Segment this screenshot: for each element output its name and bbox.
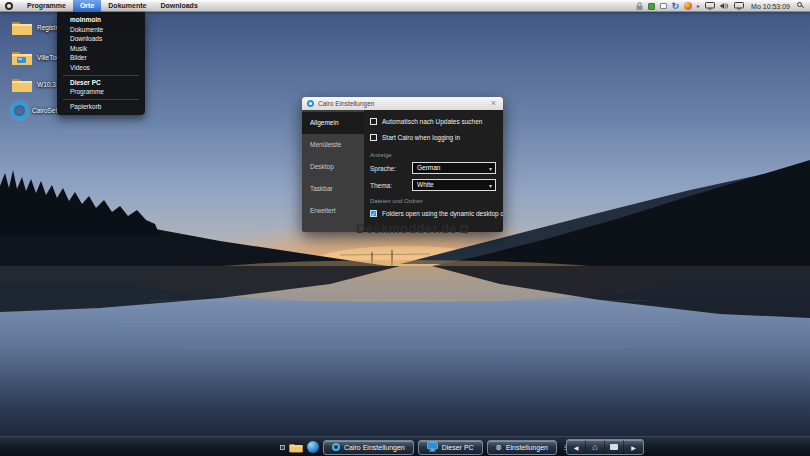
menu-clock[interactable]: Mo 10:53:09 [751,3,790,10]
cairo-logo-icon [307,100,314,107]
thema-label: Thema: [370,182,392,189]
menu-separator [63,75,139,76]
chevron-down-icon: ▾ [489,164,492,174]
desktop-icon-label: W10.3 [37,81,56,88]
tab-erweitert[interactable]: Erweitert [302,200,364,222]
tab-allgemein[interactable]: Allgemein [302,112,364,134]
cairo-menu-icon[interactable] [5,2,13,10]
places-item-user[interactable]: moinmoin [57,15,145,25]
menu-bar-left: Programme Orte Dokumente Downloads [5,0,205,12]
show-desktop-icon[interactable] [280,445,285,450]
checkbox-start-cairo[interactable]: Start Cairo when logging in [370,134,460,141]
nav-desktop-button[interactable] [605,440,624,454]
checkbox-label: Automatisch nach Updates suchen [382,118,482,125]
dialog-title: Cairo Einstellungen [318,100,489,107]
computer-icon [427,442,438,452]
screen-menu-icon[interactable] [734,2,744,11]
deskmodder-watermark: Deskmodder.de [356,221,468,236]
places-item-videos[interactable]: Videos [57,63,145,73]
menu-programme[interactable]: Programme [20,0,73,12]
checkbox-checked-icon[interactable]: ✓ [370,210,377,217]
cairo-ring-icon [332,443,340,451]
menu-dokumente[interactable]: Dokumente [101,0,153,12]
desktop-nav-group: ◀ ⌂ ▶ [566,439,644,455]
search-icon[interactable] [797,2,805,10]
menu-bar-tray: ↻ ▸ Mo 10:53:09 [636,0,805,12]
gear-icon: ⚙ [496,443,502,452]
checkbox-updates[interactable]: Automatisch nach Updates suchen [370,118,482,125]
checkbox-label: Start Cairo when logging in [382,134,460,141]
menu-separator [63,99,139,100]
tray-expand-arrow-icon[interactable]: ▸ [697,2,700,11]
folder-icon [11,19,33,36]
sprache-select[interactable]: German ▾ [412,162,496,174]
window-tray-icon[interactable] [660,3,667,9]
sprache-value: German [417,164,440,171]
volume-icon[interactable] [720,2,729,11]
checkbox-icon[interactable] [370,118,377,125]
chevron-down-icon: ▾ [489,181,492,191]
dialog-sidebar: Allgemein Menüleiste Desktop Taskbar Erw… [302,110,364,232]
tab-taskbar[interactable]: Taskbar [302,178,364,200]
section-anzeige: Anzeige [370,152,392,158]
places-item-programme[interactable]: Programme [57,87,145,97]
watermark-logo-icon [459,224,468,233]
desktop-icon-w103[interactable]: W10.3 [11,76,56,93]
explorer-folder-icon[interactable] [289,442,303,453]
thema-value: White [417,181,434,188]
nav-forward-button[interactable]: ▶ [624,440,643,454]
desktop-icon-villetool[interactable]: VilleTool [11,49,61,66]
green-app-tray-icon[interactable] [648,3,655,10]
dialog-content: Automatisch nach Updates suchen Start Ca… [364,110,503,232]
task-button-dieser-pc[interactable]: Dieser PC [418,440,483,455]
watermark-text: Deskmodder.de [356,221,457,236]
folder-icon [11,76,33,93]
desktop: Programme Orte Dokumente Downloads ↻ ▸ M… [0,0,810,456]
places-dropdown-menu: moinmoin Dokumente Downloads Musik Bilde… [57,12,145,115]
tab-desktop[interactable]: Desktop [302,156,364,178]
task-button-einstellungen[interactable]: ⚙ Einstellungen [487,440,557,455]
menu-orte[interactable]: Orte [73,0,101,12]
sprache-label: Sprache: [370,165,396,172]
section-dateien: Dateien und Ordner [370,198,423,204]
places-item-bilder[interactable]: Bilder [57,53,145,63]
task-button-label: Dieser PC [442,444,474,451]
display-tray-icon[interactable] [705,2,715,11]
browser-tray-icon[interactable] [684,2,692,10]
checkbox-label: Folders open using the dynamic desktop o… [382,210,503,217]
task-button-label: Cairo Einstellungen [344,444,405,451]
places-item-musik[interactable]: Musik [57,44,145,54]
places-item-dieser-pc[interactable]: Dieser PC [57,78,145,88]
nav-back-button[interactable]: ◀ [567,440,586,454]
task-button-cairo-einstellungen[interactable]: Cairo Einstellungen [323,440,414,455]
taskbar-center-group: Cairo Einstellungen Dieser PC ⚙ Einstell… [280,437,570,456]
places-item-downloads[interactable]: Downloads [57,34,145,44]
folder-image-icon [11,49,33,66]
taskbar: Cairo Einstellungen Dieser PC ⚙ Einstell… [0,436,810,456]
edge-browser-icon[interactable] [307,441,319,453]
cairo-settings-window: Cairo Einstellungen × Allgemein Menüleis… [302,97,503,232]
close-icon[interactable]: × [489,97,498,110]
lock-icon[interactable] [636,2,643,11]
places-item-papierkorb[interactable]: Papierkorb [57,102,145,112]
checkbox-overlay[interactable]: ✓ Folders open using the dynamic desktop… [370,210,503,217]
thema-select[interactable]: White ▾ [412,179,496,191]
menu-downloads[interactable]: Downloads [153,0,204,12]
places-item-dokumente[interactable]: Dokumente [57,25,145,35]
dialog-body: Allgemein Menüleiste Desktop Taskbar Erw… [302,110,503,232]
tab-menueleiste[interactable]: Menüleiste [302,134,364,156]
menu-bar: Programme Orte Dokumente Downloads ↻ ▸ M… [0,0,810,12]
dialog-titlebar[interactable]: Cairo Einstellungen × [302,97,503,110]
sync-tray-icon[interactable]: ↻ [672,2,680,11]
checkbox-icon[interactable] [370,134,377,141]
task-button-label: Einstellungen [506,444,548,451]
screen-icon [610,444,618,450]
cairo-ring-icon [11,102,28,119]
nav-home-button[interactable]: ⌂ [586,440,605,454]
